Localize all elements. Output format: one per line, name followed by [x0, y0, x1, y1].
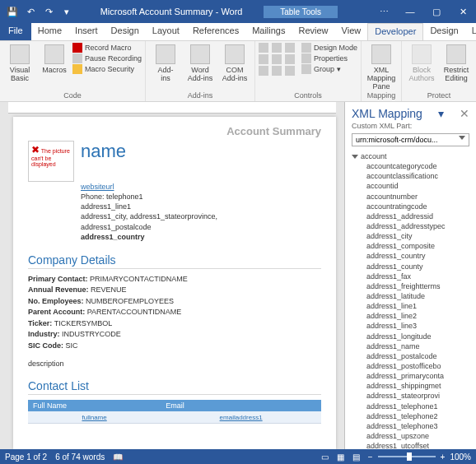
- tree-node[interactable]: address1_freightterms: [366, 281, 473, 291]
- richtext-control-icon[interactable]: [259, 43, 268, 53]
- status-page[interactable]: Page 1 of 2: [5, 452, 47, 462]
- tree-node[interactable]: address1_stateorprovi: [366, 391, 473, 401]
- expand-icon[interactable]: [352, 155, 358, 159]
- view-read-icon[interactable]: ▭: [321, 452, 329, 462]
- com-addins-button[interactable]: COM Add-ins: [218, 43, 251, 82]
- datepicker-control-icon[interactable]: [259, 66, 268, 76]
- tree-node[interactable]: address1_postalcode: [366, 351, 473, 361]
- properties-button[interactable]: Properties: [301, 53, 357, 63]
- tree-node[interactable]: accountcategorycode: [366, 161, 473, 171]
- addr-postal[interactable]: address1_postalcode: [81, 222, 321, 232]
- tree-node[interactable]: address1_telephone2: [366, 411, 473, 421]
- tree-node[interactable]: address1_addresstypec: [366, 221, 473, 231]
- close-icon[interactable]: ✕: [450, 0, 476, 23]
- legacy-control-icon[interactable]: [285, 66, 295, 76]
- tree-node[interactable]: address1_line3: [366, 321, 473, 331]
- tree-node[interactable]: address1_county: [366, 262, 473, 271]
- pause-recording-button[interactable]: Pause Recording: [72, 53, 142, 63]
- tab-references[interactable]: References: [186, 23, 245, 40]
- addins-button[interactable]: Add- ins: [149, 43, 182, 82]
- pane-dropdown-icon[interactable]: ▾: [438, 107, 444, 120]
- tree-node[interactable]: address1_telephone1: [366, 401, 473, 411]
- document-area[interactable]: Account Summary ✖ The picture can't be d…: [0, 102, 344, 449]
- tree-node[interactable]: address1_country: [366, 251, 473, 261]
- addr-country[interactable]: address1_country: [81, 232, 321, 242]
- redo-icon[interactable]: ↷: [41, 4, 56, 19]
- view-web-icon[interactable]: ▤: [352, 452, 360, 462]
- horizontal-ruler[interactable]: [8, 102, 336, 114]
- document-page[interactable]: Account Summary ✖ The picture can't be d…: [13, 117, 336, 449]
- tab-insert[interactable]: Insert: [68, 23, 105, 40]
- tree-node[interactable]: address1_fax: [366, 271, 473, 281]
- fullname-field[interactable]: fullname: [82, 414, 106, 421]
- tab-table-layout[interactable]: Layout: [465, 23, 476, 40]
- zoom-in-icon[interactable]: +: [441, 452, 446, 462]
- tree-node[interactable]: accountnumber: [366, 192, 473, 202]
- combobox-control-icon[interactable]: [272, 54, 282, 64]
- tree-node[interactable]: accountratingcode: [366, 202, 473, 211]
- macro-security-button[interactable]: Macro Security: [72, 64, 142, 74]
- phone-field[interactable]: telephone1: [106, 193, 143, 201]
- tree-node[interactable]: address1_line1: [366, 301, 473, 311]
- restrict-editing-button[interactable]: Restrict Editing: [440, 43, 473, 82]
- tab-table-design[interactable]: Design: [423, 23, 464, 40]
- description-field[interactable]: description: [28, 360, 321, 368]
- name-field[interactable]: name: [81, 141, 126, 182]
- website-field[interactable]: websiteurl: [81, 182, 321, 192]
- tree-node[interactable]: address1_utcoffset: [366, 441, 473, 449]
- tree-node[interactable]: address1_upszone: [366, 431, 473, 441]
- tab-layout[interactable]: Layout: [146, 23, 186, 40]
- tree-node[interactable]: address1_telephone3: [366, 421, 473, 431]
- spellcheck-icon[interactable]: 📖: [113, 452, 123, 462]
- xml-tree[interactable]: account accountcategorycodeaccountclassi…: [345, 150, 476, 449]
- picture-control-icon[interactable]: [285, 43, 295, 53]
- minimize-icon[interactable]: —: [397, 0, 423, 23]
- tree-node[interactable]: address1_latitude: [366, 291, 473, 301]
- tree-node[interactable]: accountid: [366, 181, 473, 191]
- tree-node[interactable]: address1_composite: [366, 241, 473, 251]
- file-tab[interactable]: File: [0, 23, 31, 40]
- pane-close-icon[interactable]: ✕: [460, 107, 469, 120]
- ribbon-options-icon[interactable]: ⋯: [371, 0, 397, 23]
- zoom-level[interactable]: 100%: [450, 452, 471, 462]
- undo-icon[interactable]: ↶: [23, 4, 38, 19]
- dropdown-control-icon[interactable]: [285, 54, 295, 64]
- macros-button[interactable]: Macros: [38, 43, 71, 74]
- tree-node[interactable]: address1_postofficebo: [366, 361, 473, 371]
- visual-basic-button[interactable]: Visual Basic: [3, 43, 36, 82]
- status-words[interactable]: 6 of 74 words: [55, 452, 105, 462]
- record-macro-button[interactable]: Record Macro: [72, 43, 142, 53]
- group-button[interactable]: Group ▾: [301, 64, 357, 74]
- table-row[interactable]: fullname emailaddress1: [28, 411, 321, 424]
- tab-design[interactable]: Design: [105, 23, 146, 40]
- save-icon[interactable]: 💾: [5, 4, 20, 19]
- tree-node[interactable]: accountclassificationc: [366, 171, 473, 181]
- design-mode-button[interactable]: Design Mode: [301, 43, 357, 53]
- tree-node[interactable]: address1_city: [366, 231, 473, 241]
- tree-node[interactable]: address1_line2: [366, 311, 473, 321]
- tab-developer[interactable]: Developer: [367, 23, 423, 40]
- tree-node[interactable]: address1_name: [366, 341, 473, 351]
- zoom-out-icon[interactable]: −: [368, 452, 373, 462]
- tree-node[interactable]: address1_longitude: [366, 332, 473, 341]
- tree-node[interactable]: address1_primaryconta: [366, 371, 473, 381]
- checkbox-control-icon[interactable]: [259, 54, 268, 64]
- maximize-icon[interactable]: ▢: [423, 0, 450, 23]
- zoom-slider[interactable]: [378, 456, 436, 457]
- word-addins-button[interactable]: Word Add-ins: [184, 43, 217, 82]
- xml-part-dropdown[interactable]: urn:microsoft-crm/docu...: [352, 133, 469, 146]
- plaintext-control-icon[interactable]: [272, 43, 282, 53]
- email-field[interactable]: emailaddress1: [220, 414, 263, 421]
- tree-root[interactable]: account: [352, 151, 473, 161]
- tab-mailings[interactable]: Mailings: [245, 23, 292, 40]
- tab-home[interactable]: Home: [31, 23, 68, 40]
- addr-city-state[interactable]: address1_city, address1_stateorprovince,: [81, 211, 321, 221]
- repeating-control-icon[interactable]: [272, 66, 282, 76]
- addr-line1[interactable]: address1_line1: [81, 202, 321, 211]
- tab-view[interactable]: View: [335, 23, 368, 40]
- tree-node[interactable]: address1_shippingmet: [366, 381, 473, 391]
- zoom-control[interactable]: − + 100%: [368, 452, 471, 462]
- view-print-icon[interactable]: ▦: [337, 452, 344, 462]
- tree-node[interactable]: address1_addressid: [366, 211, 473, 221]
- block-authors-button[interactable]: Block Authors: [405, 43, 438, 82]
